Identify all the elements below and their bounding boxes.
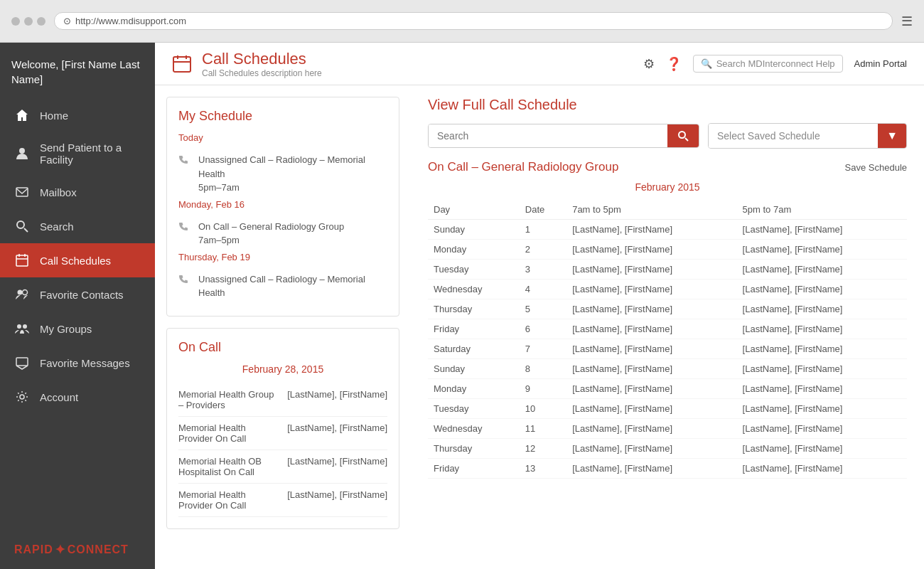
- table-header-row: Day Date 7am to 5pm 5pm to 7am: [428, 200, 907, 220]
- select-schedule-dropdown[interactable]: Select Saved Schedule: [709, 124, 878, 148]
- topbar-calendar-icon: [172, 54, 192, 74]
- cell-day: Sunday: [428, 220, 520, 240]
- on-call-group: Memorial Health Provider On Call: [178, 489, 287, 511]
- sidebar-item-account[interactable]: Account: [0, 380, 155, 414]
- help-icon[interactable]: ❓: [666, 56, 682, 72]
- cell-morning: [LastName], [FirstName]: [566, 240, 736, 260]
- on-call-row: Memorial Health OB Hospitalist On Call […: [178, 450, 387, 484]
- sidebar-item-call-schedules-label: Call Schedules: [40, 255, 111, 267]
- table-row: Sunday 1 [LastName], [FirstName] [LastNa…: [428, 220, 907, 240]
- topbar-title-area: Call Schedules Call Schedules descriptio…: [172, 50, 632, 78]
- svg-point-8: [18, 290, 23, 295]
- phone-icon: [178, 221, 190, 233]
- table-row: Friday 6 [LastName], [FirstName] [LastNa…: [428, 319, 907, 339]
- search-input-wrap: [428, 124, 699, 148]
- cell-date: 8: [520, 359, 566, 379]
- on-call-date: February 28, 2015: [178, 363, 387, 375]
- cell-morning: [LastName], [FirstName]: [566, 459, 736, 479]
- cell-day: Friday: [428, 459, 520, 479]
- browser-menu-icon[interactable]: ☰: [901, 14, 913, 29]
- on-call-card: On Call February 28, 2015 Memorial Healt…: [166, 328, 399, 529]
- sidebar-item-home[interactable]: Home: [0, 98, 155, 132]
- account-gear-icon: [14, 389, 30, 405]
- settings-icon[interactable]: ⚙: [643, 56, 655, 72]
- select-schedule-wrap: Select Saved Schedule ▼: [708, 123, 907, 149]
- main-content: Call Schedules Call Schedules descriptio…: [155, 43, 924, 569]
- cell-morning: [LastName], [FirstName]: [566, 379, 736, 399]
- search-input[interactable]: [429, 124, 667, 147]
- cell-morning: [LastName], [FirstName]: [566, 419, 736, 439]
- topbar-search-bar[interactable]: 🔍 Search MDInterconnect Help: [693, 55, 843, 73]
- sidebar-item-favorite-messages[interactable]: Favorite Messages: [0, 346, 155, 380]
- table-row: Sunday 8 [LastName], [FirstName] [LastNa…: [428, 359, 907, 379]
- table-row: Thursday 5 [LastName], [FirstName] [Last…: [428, 299, 907, 319]
- sidebar-welcome: Welcome, [First Name Last Name]: [0, 43, 155, 98]
- save-schedule-button[interactable]: Save Schedule: [845, 162, 907, 173]
- sidebar-item-my-groups[interactable]: My Groups: [0, 312, 155, 346]
- table-row: Monday 2 [LastName], [FirstName] [LastNa…: [428, 240, 907, 260]
- topbar-title-block: Call Schedules Call Schedules descriptio…: [202, 50, 322, 78]
- cell-morning: [LastName], [FirstName]: [566, 260, 736, 280]
- sidebar-item-send-patient[interactable]: Send Patient to a Facility: [0, 132, 155, 175]
- schedule-item: Unassigned Call – Radiology – Memorial H…: [178, 149, 387, 199]
- cell-night: [LastName], [FirstName]: [737, 319, 907, 339]
- month-title: February 2015: [428, 181, 907, 193]
- sidebar-item-account-label: Account: [40, 391, 78, 403]
- sidebar-item-favorite-contacts-label: Favorite Contacts: [40, 289, 124, 301]
- col-night: 5pm to 7am: [737, 200, 907, 220]
- cell-day: Thursday: [428, 439, 520, 459]
- svg-point-0: [19, 148, 25, 154]
- cell-day: Wednesday: [428, 280, 520, 299]
- sidebar-item-favorite-contacts[interactable]: Favorite Contacts: [0, 277, 155, 312]
- my-schedule-card: My Schedule Today Unassigned Call – Radi…: [166, 97, 399, 317]
- schedule-date-today: Today: [178, 132, 387, 143]
- schedule-item: On Call – General Radiology Group7am–5pm: [178, 216, 387, 252]
- select-schedule-btn[interactable]: ▼: [878, 124, 906, 148]
- search-nav-icon: [14, 218, 30, 234]
- cell-morning: [LastName], [FirstName]: [566, 359, 736, 379]
- cell-morning: [LastName], [FirstName]: [566, 319, 736, 339]
- cell-date: 3: [520, 260, 566, 280]
- cell-night: [LastName], [FirstName]: [737, 439, 907, 459]
- browser-chrome: ⊙ http://www.mdisupport.com ☰: [0, 0, 924, 43]
- on-call-group-title: On Call – General Radiology Group: [428, 160, 618, 174]
- phone-icon: [178, 274, 190, 285]
- schedule-item-text: On Call – General Radiology Group7am–5pm: [198, 220, 344, 248]
- cell-day: Tuesday: [428, 399, 520, 419]
- cell-day: Friday: [428, 319, 520, 339]
- sidebar-item-send-patient-label: Send Patient to a Facility: [40, 142, 141, 166]
- sidebar-item-call-schedules[interactable]: Call Schedules: [0, 243, 155, 277]
- svg-point-13: [20, 395, 24, 399]
- svg-point-9: [23, 290, 28, 295]
- logo-rapid: RAPID: [14, 543, 53, 556]
- logo-connect: CONNECT: [68, 543, 129, 556]
- cell-night: [LastName], [FirstName]: [737, 280, 907, 299]
- full-schedule-header: On Call – General Radiology Group Save S…: [428, 160, 907, 174]
- table-row: Thursday 12 [LastName], [FirstName] [Las…: [428, 439, 907, 459]
- cell-day: Sunday: [428, 359, 520, 379]
- home-icon: [14, 107, 30, 123]
- sidebar-item-mailbox[interactable]: Mailbox: [0, 175, 155, 209]
- my-schedule-title: My Schedule: [178, 109, 387, 124]
- cell-day: Monday: [428, 379, 520, 399]
- col-day: Day: [428, 200, 520, 220]
- admin-portal-link[interactable]: Admin Portal: [854, 58, 907, 69]
- svg-rect-12: [16, 358, 28, 366]
- sidebar-item-my-groups-label: My Groups: [40, 323, 92, 335]
- svg-line-19: [685, 138, 688, 141]
- schedule-date-thu-feb19: Thursday, Feb 19: [178, 252, 387, 262]
- schedule-table-body: Sunday 1 [LastName], [FirstName] [LastNa…: [428, 220, 907, 479]
- cell-night: [LastName], [FirstName]: [737, 399, 907, 419]
- cell-night: [LastName], [FirstName]: [737, 240, 907, 260]
- on-call-row: Memorial Health Provider On Call [LastNa…: [178, 484, 387, 517]
- table-row: Tuesday 3 [LastName], [FirstName] [LastN…: [428, 260, 907, 280]
- sidebar-item-search[interactable]: Search: [0, 209, 155, 243]
- cell-date: 13: [520, 459, 566, 479]
- on-call-name: [LastName], [FirstName]: [287, 389, 387, 410]
- schedule-table: Day Date 7am to 5pm 5pm to 7am Sunday 1 …: [428, 200, 907, 479]
- app-container: Welcome, [First Name Last Name] Home: [0, 43, 924, 569]
- address-bar[interactable]: ⊙ http://www.mdisupport.com: [54, 12, 893, 30]
- svg-rect-1: [16, 188, 28, 196]
- on-call-row: Memorial Health Provider On Call [LastNa…: [178, 417, 387, 450]
- search-button[interactable]: [667, 124, 699, 147]
